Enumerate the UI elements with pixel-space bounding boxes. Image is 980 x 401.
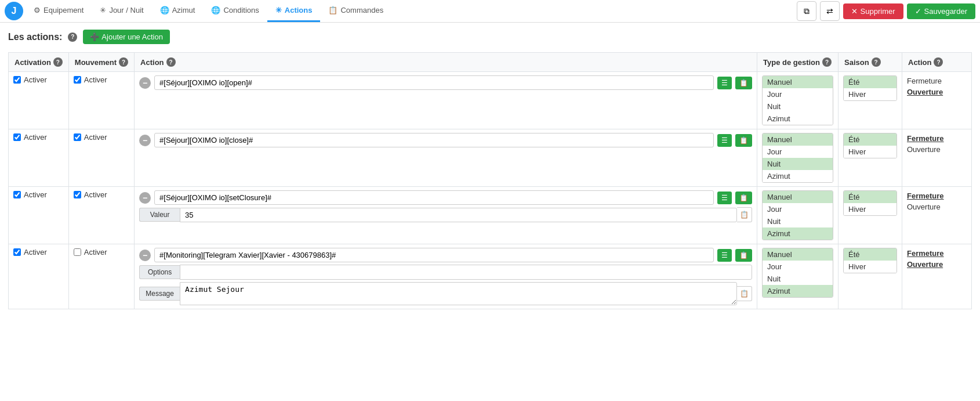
cmd-input-3[interactable]	[154, 248, 714, 262]
activation-checkbox-label-0[interactable]: Activer	[13, 75, 64, 84]
action-option-1-fermeture[interactable]: Fermeture	[907, 133, 967, 144]
help-icon[interactable]: ?	[68, 32, 77, 42]
add-action-button[interactable]: ➕ Ajouter une Action	[83, 30, 170, 44]
type-option-2-nuit[interactable]: Nuit	[763, 215, 833, 227]
activation-checkbox-label-3[interactable]: Activer	[13, 248, 64, 257]
action-option-2-ouverture[interactable]: Ouverture	[907, 201, 967, 212]
saison-option-2-hiver[interactable]: Hiver	[844, 203, 896, 215]
mouvement-checkbox-label-1[interactable]: Activer	[74, 133, 129, 142]
action-option-0-fermeture[interactable]: Fermeture	[907, 75, 967, 86]
cmd-menu-btn-1[interactable]: ☰	[717, 134, 732, 147]
sub-row-icon-3-1[interactable]: 📋	[737, 286, 752, 301]
action-option-0-ouverture[interactable]: Ouverture	[907, 86, 967, 97]
actions-table: Activation ? Mouvement ? Action ?	[8, 52, 972, 309]
tab-commandes[interactable]: 📋 Commandes	[320, 0, 391, 22]
type-option-1-azimut[interactable]: Azimut	[763, 170, 833, 182]
activation-cell-1: Activer	[9, 129, 69, 187]
action-option-3-ouverture[interactable]: Ouverture	[907, 259, 967, 270]
action-col-cell-2: FermetureOuverture	[902, 187, 972, 244]
sub-row-2-0: Valeur📋	[139, 207, 752, 222]
tab-azimut[interactable]: 🌐 Azimut	[152, 0, 204, 22]
type-option-3-nuit[interactable]: Nuit	[763, 273, 833, 285]
saison-option-0-été[interactable]: Été	[844, 76, 896, 88]
type-option-1-nuit[interactable]: Nuit	[763, 158, 833, 170]
mouvement-help-icon[interactable]: ?	[119, 57, 128, 67]
type-option-2-manuel[interactable]: Manuel	[763, 191, 833, 203]
remove-btn-1[interactable]: −	[139, 135, 151, 146]
remove-btn-2[interactable]: −	[139, 192, 151, 204]
type-help-icon[interactable]: ?	[822, 57, 832, 67]
cmd-menu-btn-0[interactable]: ☰	[717, 77, 732, 89]
saison-option-0-hiver[interactable]: Hiver	[844, 88, 896, 100]
type-option-3-azimut[interactable]: Azimut	[763, 285, 833, 297]
cmd-copy-btn-1[interactable]: 📋	[735, 134, 752, 147]
mouvement-checkbox-2[interactable]	[74, 191, 81, 198]
mouvement-checkbox-label-3[interactable]: Activer	[74, 248, 129, 257]
cmd-copy-btn-0[interactable]: 📋	[735, 77, 752, 89]
type-option-1-jour[interactable]: Jour	[763, 146, 833, 158]
saison-option-1-été[interactable]: Été	[844, 133, 896, 146]
cmd-input-1[interactable]	[154, 133, 714, 147]
saison-option-2-été[interactable]: Été	[844, 191, 896, 203]
type-option-0-jour[interactable]: Jour	[763, 88, 833, 100]
sub-row-input-2-0[interactable]	[180, 208, 737, 222]
type-option-3-jour[interactable]: Jour	[763, 261, 833, 273]
tab-equipement[interactable]: ⚙ Equipement	[26, 0, 92, 22]
mouvement-checkbox-label-0[interactable]: Activer	[74, 75, 129, 84]
activation-checkbox-label-1[interactable]: Activer	[13, 133, 64, 142]
activation-checkbox-3[interactable]	[13, 248, 21, 256]
activation-checkbox-0[interactable]	[13, 76, 21, 84]
tab-jour-nuit[interactable]: ✳ Jour / Nuit	[92, 0, 151, 22]
saison-help-icon[interactable]: ?	[872, 57, 881, 67]
tab-conditions[interactable]: 🌐 Conditions	[203, 0, 267, 22]
mouvement-checkbox-0[interactable]	[74, 76, 81, 84]
plus-icon: ➕	[90, 32, 99, 41]
mouvement-checkbox-label-2[interactable]: Activer	[74, 190, 129, 199]
cmd-row-2: −☰📋	[139, 190, 752, 205]
type-option-2-azimut[interactable]: Azimut	[763, 227, 833, 240]
delete-button[interactable]: ✕ Supprimer	[843, 3, 903, 19]
copy-button[interactable]: ⧉	[797, 1, 816, 21]
save-button[interactable]: ✓ Sauvegarder	[907, 3, 975, 19]
saison-option-3-été[interactable]: Été	[844, 248, 896, 261]
type-option-0-manuel[interactable]: Manuel	[763, 76, 833, 88]
sub-row-textarea-3-1[interactable]: Azimut Sejour	[180, 282, 737, 305]
action-option-3-fermeture[interactable]: Fermeture	[907, 248, 967, 259]
sub-row-options-3-0[interactable]	[180, 265, 752, 280]
action-option-2-fermeture[interactable]: Fermeture	[907, 190, 967, 201]
sub-row-3-1: MessageAzimut Sejour📋	[139, 282, 752, 305]
saison-option-1-hiver[interactable]: Hiver	[844, 146, 896, 158]
remove-btn-0[interactable]: −	[139, 77, 151, 89]
type-cell-0: ManuelJourNuitAzimut	[757, 72, 839, 129]
sub-row-icon-2-0[interactable]: 📋	[737, 207, 752, 222]
mouvement-checkbox-3[interactable]	[74, 248, 81, 256]
saison-option-3-hiver[interactable]: Hiver	[844, 261, 896, 273]
cmd-menu-btn-2[interactable]: ☰	[717, 192, 732, 204]
action-help-icon[interactable]: ?	[166, 57, 176, 67]
saison-cell-1: ÉtéHiver	[839, 129, 902, 187]
cmd-menu-btn-3[interactable]: ☰	[717, 249, 732, 262]
type-option-2-jour[interactable]: Jour	[763, 203, 833, 215]
action-option-1-ouverture[interactable]: Ouverture	[907, 144, 967, 155]
type-option-3-manuel[interactable]: Manuel	[763, 248, 833, 261]
remove-btn-3[interactable]: −	[139, 250, 151, 261]
cmd-input-0[interactable]	[154, 75, 714, 90]
nav-right-buttons: ⧉ ⇄ ✕ Supprimer ✓ Sauvegarder	[797, 1, 975, 21]
activation-checkbox-1[interactable]	[13, 133, 21, 141]
activation-help-icon[interactable]: ?	[53, 57, 63, 67]
equipement-icon: ⚙	[34, 6, 41, 15]
cmd-copy-btn-3[interactable]: 📋	[735, 249, 752, 262]
mouvement-checkbox-1[interactable]	[74, 133, 81, 141]
tab-actions[interactable]: ✳ Actions	[267, 0, 321, 22]
type-option-0-azimut[interactable]: Azimut	[763, 113, 833, 125]
cmd-copy-btn-2[interactable]: 📋	[735, 192, 752, 204]
activation-checkbox-label-2[interactable]: Activer	[13, 190, 64, 199]
cmd-input-2[interactable]	[154, 190, 714, 205]
type-option-0-nuit[interactable]: Nuit	[763, 100, 833, 113]
type-option-1-manuel[interactable]: Manuel	[763, 133, 833, 146]
action-col-help-icon[interactable]: ?	[934, 57, 943, 67]
nav-logo[interactable]: J	[5, 2, 23, 20]
mouvement-cell-1: Activer	[68, 129, 134, 187]
activation-checkbox-2[interactable]	[13, 191, 21, 198]
share-button[interactable]: ⇄	[820, 1, 840, 21]
